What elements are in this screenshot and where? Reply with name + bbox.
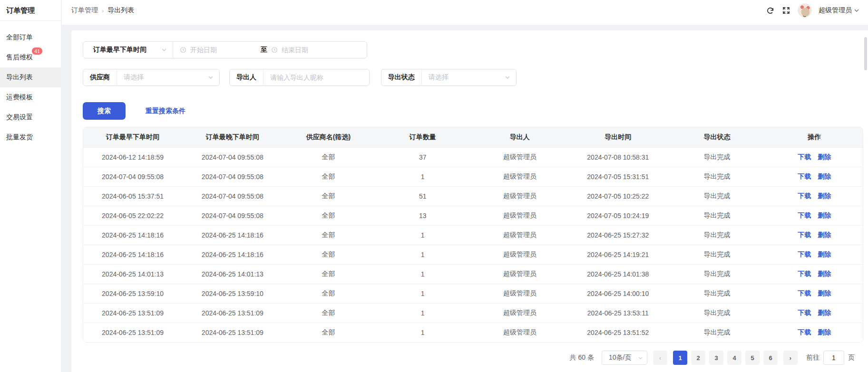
table-cell: 2024-06-25 13:59:10 xyxy=(83,290,182,297)
topbar: 订单管理›导出列表 超级管理员 xyxy=(62,0,868,25)
scrollbar-thumb[interactable] xyxy=(864,37,867,70)
table-cell: 全部 xyxy=(283,328,374,337)
table-cell: 全部 xyxy=(283,270,374,278)
download-link[interactable]: 下载 xyxy=(798,211,811,220)
sidebar-item-export-list[interactable]: 导出列表 xyxy=(0,67,61,87)
page-button-4[interactable]: 4 xyxy=(727,351,741,365)
delete-link[interactable]: 删除 xyxy=(818,172,831,181)
table-header-cell: 订单最早下单时间 xyxy=(83,133,182,142)
end-date-input[interactable] xyxy=(282,46,348,54)
table-cell: 2024-07-04 09:55:08 xyxy=(182,212,283,219)
table-header-cell: 导出状态 xyxy=(668,133,766,142)
table-cell: 2024-06-25 13:51:09 xyxy=(182,329,283,336)
page-button-1[interactable]: 1 xyxy=(673,351,687,365)
table-cell: 全部 xyxy=(283,172,374,181)
export-table: 订单最早下单时间订单最晚下单时间供应商名(筛选)订单数量导出人导出时间导出状态操… xyxy=(83,127,863,343)
export-status-select[interactable]: 请选择 xyxy=(422,69,516,86)
table-cell: 2024-07-05 10:25:22 xyxy=(568,192,668,200)
table-cell: 超级管理员 xyxy=(471,309,568,317)
sidebar-item-label: 批量发货 xyxy=(6,133,33,142)
download-link[interactable]: 下载 xyxy=(798,250,811,259)
table-cell: 2024-06-25 14:18:16 xyxy=(182,251,283,258)
download-link[interactable]: 下载 xyxy=(798,328,811,337)
breadcrumb-item[interactable]: 订单管理 xyxy=(71,6,98,15)
sidebar-item-after-sales[interactable]: 售后维权41 xyxy=(0,48,61,67)
goto-suffix-label: 页 xyxy=(848,353,855,362)
filter-row-time: 订单最早下单时间 至 xyxy=(83,41,863,58)
reset-search-link[interactable]: 重置搜索条件 xyxy=(146,107,185,115)
sidebar-item-all-orders[interactable]: 全部订单 xyxy=(0,28,61,48)
table-cell: 2024-06-25 13:53:11 xyxy=(568,309,668,317)
delete-link[interactable]: 删除 xyxy=(818,289,831,298)
table-row: 2024-06-05 22:02:222024-07-04 09:55:08全部… xyxy=(83,206,863,225)
table-cell: 导出完成 xyxy=(668,328,766,337)
pagination: 共 60 条 10条/页 ‹ 123456 › 前往 页 xyxy=(83,350,855,365)
table-cell: 2024-06-25 13:51:09 xyxy=(182,309,283,317)
table-cell: 1 xyxy=(374,251,471,258)
table-cell: 2024-06-25 15:27:32 xyxy=(568,231,668,239)
table-cell-actions: 下载删除 xyxy=(766,211,863,220)
table-cell: 超级管理员 xyxy=(471,153,568,162)
goto-page-input[interactable] xyxy=(823,351,844,365)
chevron-down-icon xyxy=(854,8,859,13)
next-page-button[interactable]: › xyxy=(783,351,798,365)
page-button-6[interactable]: 6 xyxy=(763,351,778,365)
chevron-down-icon xyxy=(161,47,167,53)
chevron-down-icon xyxy=(505,75,510,80)
delete-link[interactable]: 删除 xyxy=(818,328,831,337)
table-cell-actions: 下载删除 xyxy=(766,309,863,317)
page-button-2[interactable]: 2 xyxy=(691,351,705,365)
delete-link[interactable]: 删除 xyxy=(818,153,831,162)
download-link[interactable]: 下载 xyxy=(798,231,811,239)
download-link[interactable]: 下载 xyxy=(798,270,811,278)
table-header-cell: 操作 xyxy=(766,133,863,142)
page-size-value: 10条/页 xyxy=(609,353,631,362)
goto-page: 前往 页 xyxy=(806,351,855,365)
table-cell-actions: 下载删除 xyxy=(766,270,863,278)
supplier-select[interactable]: 请选择 xyxy=(117,69,219,86)
table-row: 2024-06-25 13:51:092024-06-25 13:51:09全部… xyxy=(83,303,863,323)
sidebar-item-freight-template[interactable]: 运费模板 xyxy=(0,87,61,107)
download-link[interactable]: 下载 xyxy=(798,172,811,181)
app-root: 订单管理 全部订单售后维权41导出列表运费模板交易设置批量发货 订单管理›导出列… xyxy=(0,0,868,372)
table-row: 2024-06-25 13:51:092024-06-25 13:51:09全部… xyxy=(83,323,863,342)
table-cell: 1 xyxy=(374,329,471,336)
table-row: 2024-07-04 09:55:082024-07-04 09:55:08全部… xyxy=(83,167,863,186)
table-cell-actions: 下载删除 xyxy=(766,289,863,298)
time-filter-group: 订单最早下单时间 至 xyxy=(83,41,367,58)
download-link[interactable]: 下载 xyxy=(798,153,811,162)
table-cell-actions: 下载删除 xyxy=(766,231,863,239)
table-cell: 全部 xyxy=(283,211,374,220)
sidebar-item-trade-settings[interactable]: 交易设置 xyxy=(0,107,61,127)
refresh-icon[interactable] xyxy=(765,6,775,15)
user-menu[interactable]: 超级管理员 xyxy=(819,6,859,15)
download-link[interactable]: 下载 xyxy=(798,309,811,317)
page-button-3[interactable]: 3 xyxy=(709,351,723,365)
table-cell-actions: 下载删除 xyxy=(766,153,863,162)
exporter-label: 导出人 xyxy=(230,73,263,82)
table-cell: 超级管理员 xyxy=(471,328,568,337)
delete-link[interactable]: 删除 xyxy=(818,270,831,278)
table-cell: 全部 xyxy=(283,250,374,259)
exporter-input[interactable] xyxy=(263,69,369,86)
download-link[interactable]: 下载 xyxy=(798,289,811,298)
page-button-5[interactable]: 5 xyxy=(745,351,760,365)
download-link[interactable]: 下载 xyxy=(798,192,811,200)
sidebar-item-batch-shipping[interactable]: 批量发货 xyxy=(0,127,61,147)
time-type-select[interactable]: 订单最早下单时间 xyxy=(83,42,173,58)
delete-link[interactable]: 删除 xyxy=(818,231,831,239)
user-avatar[interactable] xyxy=(798,3,812,18)
prev-page-button[interactable]: ‹ xyxy=(653,351,667,365)
delete-link[interactable]: 删除 xyxy=(818,250,831,259)
page-size-select[interactable]: 10条/页 xyxy=(602,351,647,365)
start-date-input[interactable] xyxy=(190,46,257,54)
table-cell: 全部 xyxy=(283,289,374,298)
fullscreen-icon[interactable] xyxy=(781,6,791,15)
delete-link[interactable]: 删除 xyxy=(818,309,831,317)
table-cell: 2024-06-25 14:18:16 xyxy=(83,231,182,239)
search-button[interactable]: 搜索 xyxy=(83,102,126,120)
delete-link[interactable]: 删除 xyxy=(818,211,831,220)
table-body: 2024-06-12 14:18:592024-07-04 09:55:08全部… xyxy=(83,147,863,342)
delete-link[interactable]: 删除 xyxy=(818,192,831,200)
table-row: 2024-06-25 14:18:162024-06-25 14:18:16全部… xyxy=(83,225,863,245)
